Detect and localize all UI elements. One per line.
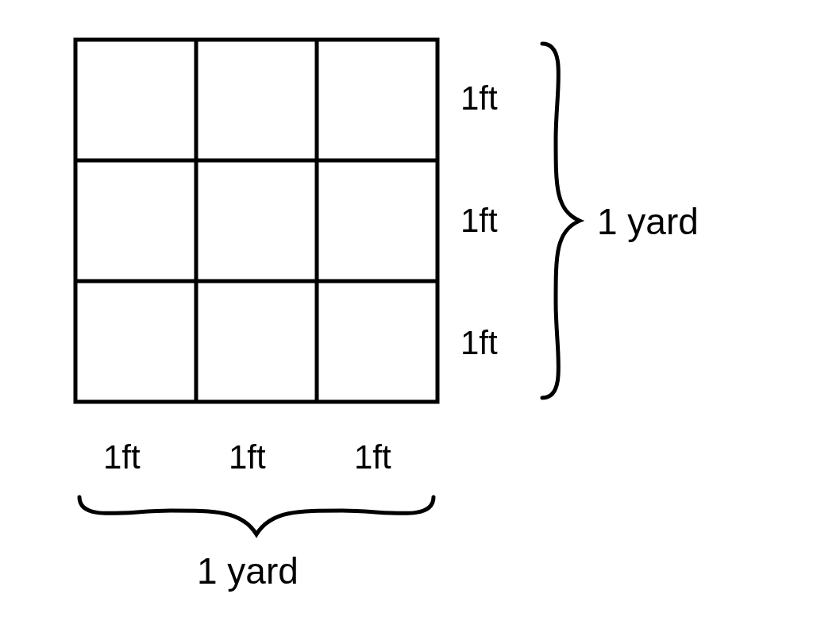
bottom-total-label: 1 yard <box>197 550 299 592</box>
svg-rect-0 <box>75 40 437 402</box>
diagram-stage: 1ft 1ft 1ft 1 yard 1ft 1ft 1ft 1 yard <box>0 0 813 644</box>
right-total-label: 1 yard <box>597 200 699 243</box>
right-row-2-label: 1ft <box>460 202 498 240</box>
right-row-1-label: 1ft <box>460 79 498 118</box>
bottom-brace <box>79 497 433 534</box>
right-brace <box>542 44 580 398</box>
bottom-col-3-label: 1ft <box>354 438 391 476</box>
bottom-col-2-label: 1ft <box>229 438 266 476</box>
grid <box>75 40 437 402</box>
right-row-3-label: 1ft <box>460 324 498 362</box>
grid-and-braces-svg <box>0 0 813 644</box>
bottom-col-1-label: 1ft <box>103 438 141 476</box>
